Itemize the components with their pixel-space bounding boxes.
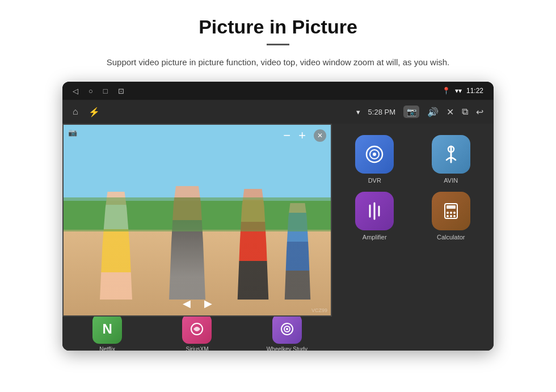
status-time: 11:22 <box>466 87 483 95</box>
pip-plus-btn[interactable]: + <box>298 128 306 143</box>
netflix-icon-box[interactable]: N <box>92 314 122 344</box>
svg-point-12 <box>453 212 456 214</box>
nav-icons: ◁ ○ □ ⊡ <box>73 87 124 95</box>
wheelkey-icon-box[interactable] <box>272 314 302 344</box>
pip-prev-btn[interactable]: ◀ <box>183 297 191 310</box>
home-nav-icon[interactable]: ○ <box>89 87 93 95</box>
cast-nav-icon[interactable]: ⊡ <box>118 87 124 95</box>
wheelkey-label: Wheelkey Study <box>267 346 308 351</box>
video-scene <box>64 125 331 315</box>
app-item-wheelkey[interactable]: Wheelkey Study <box>259 314 315 351</box>
app-toolbar: ⌂ ⚡ ▾ 5:28 PM 📷 🔊 ✕ ⧉ ↩ <box>62 100 494 124</box>
main-content: 📷 − + ✕ ◀ ▶ VCZ99 <box>62 124 494 351</box>
app-item-siriusxm[interactable]: SiriusXM <box>169 314 225 351</box>
toolbar-time: 5:28 PM <box>368 108 395 116</box>
netflix-label: Netflix <box>99 346 115 351</box>
svg-point-10 <box>447 212 449 214</box>
pip-watermark: VCZ99 <box>311 307 327 313</box>
back-toolbar-icon[interactable]: ↩ <box>476 107 483 117</box>
toolbar-right: ▾ 5:28 PM 📷 🔊 ✕ ⧉ ↩ <box>356 106 483 118</box>
pip-cam-indicator: 📷 <box>68 128 77 137</box>
app-item-dvr[interactable]: DVR <box>340 135 409 184</box>
app-item-amplifier[interactable]: Amplifier <box>340 192 409 241</box>
window-icon[interactable]: ⧉ <box>462 107 468 117</box>
pip-next-btn[interactable]: ▶ <box>204 297 212 310</box>
close-toolbar-icon[interactable]: ✕ <box>447 107 454 117</box>
pip-close-btn[interactable]: ✕ <box>314 129 326 142</box>
svg-point-14 <box>450 215 452 217</box>
amplifier-label: Amplifier <box>363 234 387 241</box>
amplifier-icon-box[interactable] <box>355 192 394 230</box>
siriusxm-label: SiriusXM <box>186 346 208 351</box>
svg-point-11 <box>450 212 452 214</box>
camera-icon: 📷 <box>407 107 416 116</box>
usb-icon[interactable]: ⚡ <box>89 107 100 117</box>
wifi-signal-icon: ▾▾ <box>455 87 462 95</box>
toolbar-left: ⌂ ⚡ <box>73 107 100 117</box>
device-frame: ◁ ○ □ ⊡ 📍 ▾▾ 11:22 ⌂ ⚡ ▾ 5:28 PM 📷 <box>62 82 494 351</box>
status-bar-right: 📍 ▾▾ 11:22 <box>442 87 483 95</box>
volume-icon[interactable]: 🔊 <box>427 107 439 117</box>
svg-point-15 <box>453 215 456 217</box>
app-item-netflix[interactable]: N Netflix <box>79 314 136 351</box>
pip-minus-btn[interactable]: − <box>283 128 290 143</box>
wheelkey-icon <box>279 321 295 337</box>
calculator-label: Calculator <box>437 234 465 241</box>
location-icon: 📍 <box>442 87 450 95</box>
app-grid: DVR AVIN <box>332 124 494 351</box>
person-1 <box>95 192 137 300</box>
page-subtitle: Support video picture in picture functio… <box>107 56 449 69</box>
status-bar: ◁ ○ □ ⊡ 📍 ▾▾ 11:22 <box>62 82 494 100</box>
page-title: Picture in Picture <box>199 16 357 38</box>
dvr-icon <box>364 144 385 165</box>
pip-resize-controls[interactable]: − + ✕ <box>283 128 326 143</box>
camera-button[interactable]: 📷 <box>403 106 419 118</box>
dvr-label: DVR <box>368 177 381 184</box>
dvr-icon-box[interactable] <box>355 135 394 174</box>
person-2 <box>165 186 210 300</box>
svg-point-19 <box>286 328 288 330</box>
siriusxm-icon <box>189 321 205 337</box>
avin-label: AVIN <box>444 177 458 184</box>
home-icon[interactable]: ⌂ <box>73 107 78 117</box>
avin-icon <box>441 144 461 165</box>
pip-playback-controls[interactable]: ◀ ▶ <box>183 297 212 310</box>
recent-nav-icon[interactable]: □ <box>103 87 108 95</box>
app-item-avin[interactable]: AVIN <box>417 135 486 184</box>
person-3 <box>231 189 275 300</box>
svg-point-2 <box>373 153 376 156</box>
person-4 <box>279 203 316 300</box>
wifi-toolbar-icon: ▾ <box>356 108 360 116</box>
calculator-icon <box>441 201 461 221</box>
calculator-icon-box[interactable] <box>432 192 470 230</box>
back-nav-icon[interactable]: ◁ <box>73 87 78 95</box>
amplifier-icon <box>364 201 385 221</box>
pip-video[interactable]: 📷 − + ✕ ◀ ▶ VCZ99 <box>62 124 332 317</box>
avin-icon-box[interactable] <box>432 135 470 174</box>
siriusxm-icon-box[interactable] <box>182 314 212 344</box>
title-divider <box>267 44 289 45</box>
app-item-calculator[interactable]: Calculator <box>417 192 486 241</box>
svg-point-13 <box>447 215 449 217</box>
app-bottom-row: N Netflix SiriusXM <box>62 315 332 351</box>
svg-rect-9 <box>447 205 456 209</box>
